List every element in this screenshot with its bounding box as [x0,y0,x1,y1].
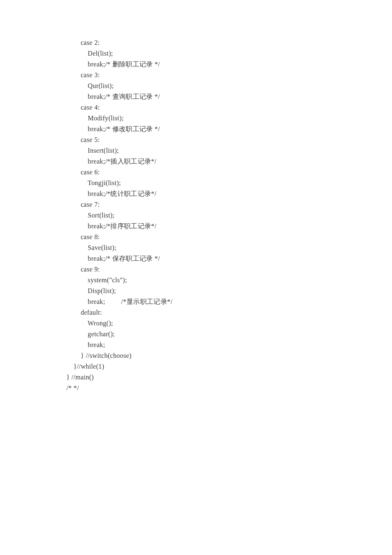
document-page: case 2: Del(list); break;/* 删除职工记录 */ ca… [0,0,392,555]
